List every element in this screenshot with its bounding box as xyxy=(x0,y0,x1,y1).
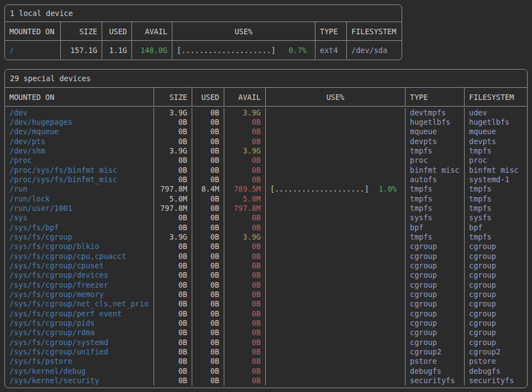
used-cell: 0B xyxy=(192,318,224,327)
usage-cell xyxy=(266,108,405,117)
type-cell: tmpfs xyxy=(405,194,465,203)
type-cell: cgroup xyxy=(405,280,465,289)
filesystem-cell: cgroup xyxy=(465,251,527,261)
panel-title: 29 special devices xyxy=(5,70,527,88)
avail-cell: 0B xyxy=(224,213,266,223)
mount-cell: /sys/fs/cgroup/unified xyxy=(5,347,154,356)
avail-cell: 0B xyxy=(224,271,266,280)
usage-cell xyxy=(266,366,405,375)
mount-cell: /sys/fs/cgroup/memory xyxy=(5,289,154,299)
usage-cell xyxy=(266,347,405,356)
filesystem-cell: pstore xyxy=(465,357,527,366)
usage-cell xyxy=(266,136,405,146)
table-rows: /dev3.9G0B3.9Gdevtmpfsudev/dev/hugepages… xyxy=(5,107,527,385)
type-cell: mqueue xyxy=(405,127,465,136)
size-cell: 0B xyxy=(154,337,192,347)
type-cell: cgroup xyxy=(405,318,465,327)
mount-cell: /proc xyxy=(5,156,154,165)
type-cell: proc xyxy=(405,156,465,165)
used-cell: 0B xyxy=(192,232,224,241)
type-cell: devpts xyxy=(405,136,465,146)
avail-cell: 789.5M xyxy=(224,184,266,194)
used-cell: 1.1G xyxy=(102,41,132,59)
type-cell: cgroup xyxy=(405,261,465,270)
mount-cell: /sys/fs/cgroup/blkio xyxy=(5,242,154,251)
type-cell: cgroup xyxy=(405,271,465,280)
column-header: TYPE xyxy=(315,22,347,40)
filesystem-cell: tmpfs xyxy=(465,194,527,203)
size-cell: 0B xyxy=(154,127,192,136)
device-row: /sys/fs/pstore0B0B0Bpstorepstore xyxy=(5,357,527,366)
usage-cell xyxy=(266,232,405,241)
usage-cell xyxy=(266,357,405,366)
size-cell: 157.1G xyxy=(61,41,102,59)
used-cell: 0B xyxy=(192,251,224,261)
avail-cell: 0B xyxy=(224,223,266,232)
mount-cell: /sys/fs/cgroup/pids xyxy=(5,318,154,327)
column-header: SIZE xyxy=(154,88,192,106)
used-cell: 0B xyxy=(192,328,224,337)
mount-cell: /proc/sys/fs/binfmt_misc xyxy=(5,165,154,174)
used-cell: 0B xyxy=(192,375,224,385)
usage-cell xyxy=(266,299,405,309)
device-row: /sys/fs/cgroup/pids0B0B0Bcgroupcgroup xyxy=(5,318,527,327)
used-cell: 0B xyxy=(192,347,224,356)
device-row: /sys/fs/cgroup/net_cls,net_prio0B0B0Bcgr… xyxy=(5,299,527,309)
usage-cell xyxy=(266,127,405,136)
usage-bar: [....................] xyxy=(177,46,276,55)
mount-cell: /sys xyxy=(5,213,154,223)
avail-cell: 3.9G xyxy=(224,146,266,155)
usage-cell xyxy=(266,309,405,318)
avail-cell: 0B xyxy=(224,366,266,375)
column-header-row: MOUNTED ONSIZEUSEDAVAILUSE%TYPEFILESYSTE… xyxy=(5,88,527,107)
type-cell: cgroup xyxy=(405,328,465,337)
used-cell: 0B xyxy=(192,108,224,117)
avail-cell: 797.8M xyxy=(224,203,266,213)
usage-cell xyxy=(266,174,405,184)
size-cell: 0B xyxy=(154,251,192,261)
filesystem-cell: udev xyxy=(465,108,527,117)
avail-cell: 0B xyxy=(224,347,266,356)
filesystem-cell: tmpfs xyxy=(465,146,527,155)
device-row: /sys/kernel/security0B0B0Bsecurityfssecu… xyxy=(5,375,527,385)
filesystem-cell: devpts xyxy=(465,136,527,146)
size-cell: 3.9G xyxy=(154,108,192,117)
filesystem-cell: cgroup xyxy=(465,242,527,251)
avail-cell: 5.0M xyxy=(224,194,266,203)
usage-cell: [....................]0.7% xyxy=(172,41,315,59)
mount-cell: /sys/fs/cgroup xyxy=(5,232,154,241)
size-cell: 0B xyxy=(154,174,192,184)
column-header: MOUNTED ON xyxy=(5,88,154,106)
filesystem-cell: securityfs xyxy=(465,375,527,385)
used-cell: 0B xyxy=(192,165,224,174)
used-cell: 0B xyxy=(192,271,224,280)
used-cell: 0B xyxy=(192,223,224,232)
used-cell: 0B xyxy=(192,309,224,318)
type-cell: pstore xyxy=(405,357,465,366)
used-cell: 0B xyxy=(192,261,224,270)
size-cell: 0B xyxy=(154,318,192,327)
avail-cell: 0B xyxy=(224,309,266,318)
type-cell: tmpfs xyxy=(405,146,465,155)
column-header: USE% xyxy=(172,22,315,40)
filesystem-cell: hugetlbfs xyxy=(465,117,527,126)
filesystem-cell: cgroup xyxy=(465,261,527,270)
avail-cell: 0B xyxy=(224,242,266,251)
avail-cell: 0B xyxy=(224,299,266,309)
mount-cell: /sys/fs/cgroup/net_cls,net_prio xyxy=(5,299,154,309)
usage-cell xyxy=(266,165,405,174)
used-cell: 0B xyxy=(192,337,224,347)
used-cell: 0B xyxy=(192,366,224,375)
device-row: /run797.8M8.4M789.5M[...................… xyxy=(5,184,527,194)
usage-cell xyxy=(266,280,405,289)
used-cell: 0B xyxy=(192,289,224,299)
column-header: TYPE xyxy=(405,88,465,106)
filesystem-cell: sysfs xyxy=(465,213,527,223)
avail-cell: 0B xyxy=(224,136,266,146)
device-row: /sys/fs/cgroup/memory0B0B0Bcgroupcgroup xyxy=(5,289,527,299)
type-cell: debugfs xyxy=(405,366,465,375)
size-cell: 0B xyxy=(154,223,192,232)
size-cell: 0B xyxy=(154,136,192,146)
filesystem-cell: tmpfs xyxy=(465,203,527,213)
panel-title: 1 local device xyxy=(5,5,402,22)
